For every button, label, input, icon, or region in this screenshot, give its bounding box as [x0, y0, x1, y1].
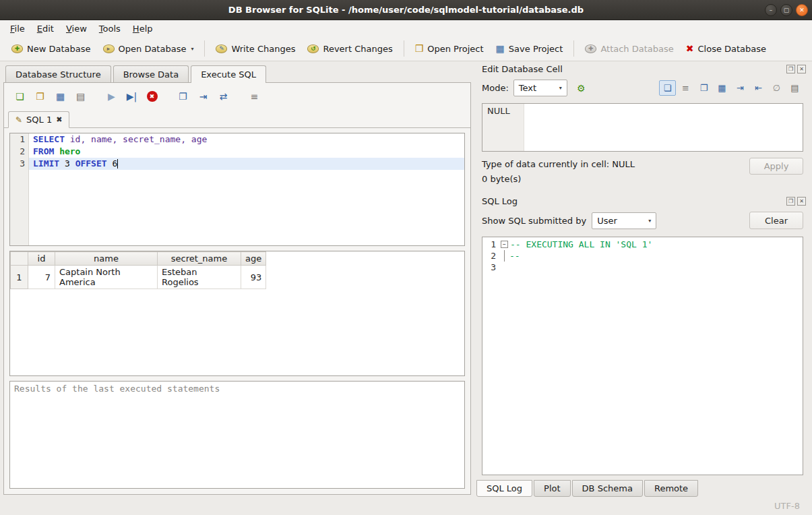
fold-collapse-icon[interactable]: −: [501, 241, 508, 248]
editor-line[interactable]: 1 SELECT id, name, secret_name, age: [10, 133, 464, 146]
auto-detect-icon[interactable]: ⚙: [572, 80, 590, 96]
sql-editor[interactable]: 1 SELECT id, name, secret_name, age 2 FR…: [9, 133, 465, 246]
tab-browse-data[interactable]: Browse Data: [113, 65, 189, 82]
right-panel: Edit Database Cell ❐ ✕ Mode: Text ▾ ⚙ ❏ …: [475, 61, 810, 497]
encoding-indicator[interactable]: UTF-8: [774, 501, 800, 511]
dock-tab-bar: SQL Log Plot DB Schema Remote: [475, 475, 810, 497]
results-grid: id name secret_name age 1 7 Captain Nort…: [9, 251, 465, 376]
menu-view[interactable]: View: [60, 22, 93, 36]
text-mode-icon[interactable]: ❏: [659, 80, 676, 96]
line-number: 1: [10, 133, 29, 146]
cell-secret-name[interactable]: Esteban Rogelios: [158, 266, 241, 289]
toolbar-separator: [573, 40, 574, 57]
menu-edit[interactable]: Edit: [31, 22, 60, 36]
save-sql-file-icon[interactable]: ▦: [51, 88, 69, 104]
print-sql-icon[interactable]: ▤: [71, 88, 90, 104]
print-cell-icon[interactable]: ▤: [786, 80, 803, 96]
close-panel-icon[interactable]: ✕: [797, 197, 806, 206]
close-database-icon: ✖: [686, 44, 694, 53]
toolbar-separator: [204, 40, 205, 57]
attach-database-button[interactable]: ✚ Attach Database: [579, 40, 679, 57]
execute-current-line-icon[interactable]: ▶|: [123, 88, 141, 104]
menu-file[interactable]: File: [4, 22, 31, 36]
table-row[interactable]: 1 7 Captain North America Esteban Rogeli…: [11, 266, 266, 289]
revert-changes-button[interactable]: ↺ Revert Changes: [301, 40, 398, 57]
open-project-button[interactable]: ❒ Open Project: [409, 40, 490, 57]
open-database-icon: ▸: [103, 44, 115, 53]
open-tab-icon[interactable]: ❏: [11, 88, 29, 104]
sql-log-controls: Show SQL submitted by User ▾ Clear: [475, 208, 810, 233]
import-cell-icon[interactable]: ⇥: [732, 80, 749, 96]
float-panel-icon[interactable]: ❐: [786, 197, 795, 206]
find-replace-icon[interactable]: ⇄: [214, 88, 232, 104]
titlebar[interactable]: DB Browser for SQLite - /home/user/code/…: [0, 0, 812, 20]
cell-age[interactable]: 93: [241, 266, 266, 289]
save-project-button[interactable]: ▦ Save Project: [490, 40, 569, 57]
new-database-button[interactable]: ✚ New Database: [5, 40, 97, 57]
log-text: --: [509, 250, 520, 262]
copy-cell-icon[interactable]: ❐: [695, 80, 712, 96]
clear-button[interactable]: Clear: [749, 212, 803, 229]
mode-select[interactable]: Text ▾: [513, 80, 567, 96]
cell-id[interactable]: 7: [28, 266, 55, 289]
tab-plot[interactable]: Plot: [534, 480, 571, 497]
import-sql-icon[interactable]: ⇥: [194, 88, 212, 104]
word-wrap-icon[interactable]: ≡: [677, 80, 694, 96]
write-changes-button[interactable]: ✎ Write Changes: [210, 40, 301, 57]
cell-editor[interactable]: NULL: [482, 103, 803, 152]
write-changes-icon: ✎: [216, 44, 227, 53]
apply-button[interactable]: Apply: [749, 158, 803, 175]
maximize-icon[interactable]: ▢: [780, 4, 792, 16]
main-toolbar: ✚ New Database ▸ Open Database ▾ ✎ Write…: [0, 36, 812, 61]
sql-log-header: SQL Log ❐ ✕: [475, 193, 810, 208]
column-header-age[interactable]: age: [241, 252, 266, 266]
cell-value: NULL: [482, 104, 524, 151]
text-cursor: [117, 159, 118, 169]
sql-tab-bar: ✎ SQL 1 ✖: [4, 106, 470, 128]
sql-log-view[interactable]: 1 − -- EXECUTING ALL IN 'SQL 1' 2 -- 3: [482, 237, 803, 475]
save-cell-icon[interactable]: ▦: [714, 80, 730, 96]
open-database-dropdown-icon[interactable]: ▾: [191, 46, 193, 52]
tab-database-structure[interactable]: Database Structure: [5, 65, 111, 82]
menu-help[interactable]: Help: [127, 22, 159, 36]
editor-line-active[interactable]: 3 LIMIT 3 OFFSET 6: [10, 158, 464, 170]
cell-edit-area[interactable]: [524, 104, 803, 151]
format-sql-icon[interactable]: ≡: [245, 88, 263, 104]
close-database-button[interactable]: ✖ Close Database: [680, 40, 772, 57]
fold-tree-line: [504, 250, 505, 262]
close-panel-icon[interactable]: ✕: [797, 65, 806, 73]
log-filter-select[interactable]: User ▾: [592, 212, 656, 229]
execute-all-icon[interactable]: ▶: [102, 88, 121, 104]
results-corner[interactable]: [11, 252, 28, 266]
column-header-id[interactable]: id: [28, 252, 55, 266]
row-number[interactable]: 1: [11, 266, 28, 289]
open-sql-file-icon[interactable]: ❐: [31, 88, 49, 104]
chevron-down-icon: ▾: [559, 85, 562, 91]
close-icon[interactable]: ✕: [796, 4, 808, 16]
attach-database-label: Attach Database: [600, 44, 673, 54]
close-tab-icon[interactable]: ✖: [56, 115, 62, 124]
column-header-secret-name[interactable]: secret_name: [158, 252, 241, 266]
tab-sql-log[interactable]: SQL Log: [476, 480, 532, 497]
export-results-icon[interactable]: ❐: [174, 88, 192, 104]
line-number: 3: [10, 158, 29, 170]
float-panel-icon[interactable]: ❐: [786, 65, 795, 73]
save-project-label: Save Project: [509, 44, 563, 54]
stop-icon: ✖: [147, 91, 158, 102]
tab-remote[interactable]: Remote: [644, 480, 698, 497]
editor-empty-area[interactable]: [10, 170, 464, 245]
open-database-button[interactable]: ▸ Open Database ▾: [97, 40, 200, 57]
menu-tools[interactable]: Tools: [93, 22, 127, 36]
editor-line[interactable]: 2 FROM hero: [10, 146, 464, 158]
stop-button[interactable]: ✖: [143, 88, 161, 104]
cell-name[interactable]: Captain North America: [55, 266, 158, 289]
line-number: 2: [10, 146, 29, 158]
tab-db-schema[interactable]: DB Schema: [572, 480, 643, 497]
set-null-icon[interactable]: ∅: [768, 80, 785, 96]
write-changes-label: Write Changes: [231, 44, 295, 54]
minimize-icon[interactable]: –: [765, 4, 777, 16]
column-header-name[interactable]: name: [55, 252, 158, 266]
tab-execute-sql[interactable]: Execute SQL: [191, 65, 266, 83]
export-cell-icon[interactable]: ⇤: [750, 80, 767, 96]
sql-1-tab[interactable]: ✎ SQL 1 ✖: [8, 111, 69, 128]
